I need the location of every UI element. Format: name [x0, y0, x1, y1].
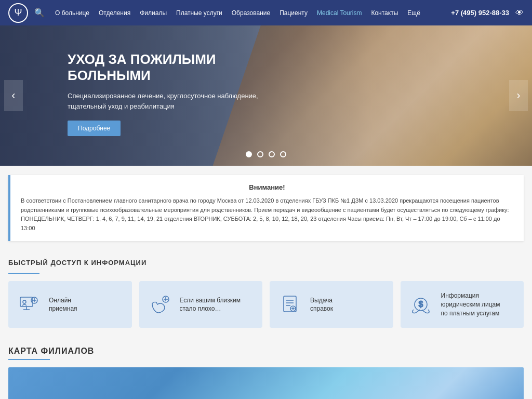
quick-title-underline — [8, 273, 39, 274]
quick-access-grid: Онлайнприемная Если вашим близкимстало п… — [8, 281, 524, 328]
hero-content: УХОД ЗА ПОЖИЛЫМИБОЛЬНЫМИ Специализирован… — [68, 51, 286, 136]
quick-card-emergency[interactable]: Если вашим близкимстало плохо… — [139, 281, 263, 328]
nav-paid-services[interactable]: Платные услуги — [176, 9, 222, 17]
quick-access-title: БЫСТРЫЙ ДОСТУП К ИНФОРМАЦИИ — [8, 259, 524, 267]
nav-education[interactable]: Образование — [232, 9, 270, 17]
svg-text:$: $ — [418, 300, 423, 309]
slider-dot-3[interactable] — [269, 151, 275, 157]
hero-subtitle: Специализированное лечение, круглосуточн… — [68, 91, 286, 111]
notice-text: В соответствии с Постановлением главного… — [21, 196, 513, 233]
quick-card-legal-label: Информация юридическим лицампо платным у… — [441, 291, 517, 317]
slider-prev-button[interactable]: ‹ — [4, 80, 23, 111]
nav-departments[interactable]: Отделения — [99, 9, 130, 17]
nav-more[interactable]: Ещё — [407, 9, 420, 17]
quick-access-section: БЫСТРЫЙ ДОСТУП К ИНФОРМАЦИИ Онлайнприемн… — [0, 250, 532, 338]
main-header: Ψ 🔍 О больнице Отделения Филиалы Платные… — [0, 0, 532, 25]
slider-dot-2[interactable] — [257, 151, 263, 157]
nav-branches[interactable]: Филиалы — [140, 9, 167, 17]
certificate-icon — [277, 291, 303, 317]
logo[interactable]: Ψ — [8, 3, 28, 23]
slider-dots — [246, 151, 286, 157]
quick-card-legal[interactable]: $ Информация юридическим лицампо платным… — [401, 281, 524, 328]
nav-about[interactable]: О больнице — [55, 9, 89, 17]
nav-medical-tourism[interactable]: Medical Tourism — [317, 9, 362, 17]
hero-details-button[interactable]: Подробнее — [68, 121, 121, 136]
phone-number: +7 (495) 952-88-33 — [451, 9, 509, 17]
quick-card-certificate-label: Выдачасправок — [310, 296, 333, 314]
map-section: КАРТА ФИЛИАЛОВ — [0, 338, 532, 399]
svg-point-6 — [23, 300, 26, 303]
slider-next-button[interactable]: › — [509, 80, 528, 111]
quick-card-online-reception-label: Онлайнприемная — [49, 296, 77, 314]
notice-section: Внимание! В соответствии с Постановление… — [8, 175, 524, 241]
nav-contacts[interactable]: Контакты — [371, 9, 398, 17]
slider-dot-4[interactable] — [280, 151, 286, 157]
accessibility-icon[interactable]: 👁 — [515, 8, 524, 18]
nav-patient[interactable]: Пациенту — [280, 9, 308, 17]
map-placeholder[interactable] — [8, 367, 524, 399]
main-nav: О больнице Отделения Филиалы Платные усл… — [55, 9, 446, 17]
map-section-title: КАРТА ФИЛИАЛОВ — [8, 347, 524, 356]
hero-title: УХОД ЗА ПОЖИЛЫМИБОЛЬНЫМИ — [68, 51, 286, 84]
hero-slider: УХОД ЗА ПОЖИЛЫМИБОЛЬНЫМИ Специализирован… — [0, 25, 532, 166]
slider-dot-1[interactable] — [246, 151, 252, 157]
map-title-underline — [8, 359, 50, 360]
quick-card-certificate[interactable]: Выдачасправок — [270, 281, 393, 328]
emergency-icon — [147, 291, 172, 317]
legal-icon: $ — [408, 291, 434, 317]
online-reception-icon — [16, 291, 42, 317]
quick-card-emergency-label: Если вашим близкимстало плохо… — [180, 296, 241, 314]
quick-card-online-reception[interactable]: Онлайнприемная — [8, 281, 132, 328]
logo-symbol: Ψ — [14, 7, 22, 18]
search-icon[interactable]: 🔍 — [34, 8, 45, 18]
svg-rect-10 — [284, 296, 296, 312]
notice-title: Внимание! — [21, 183, 513, 191]
